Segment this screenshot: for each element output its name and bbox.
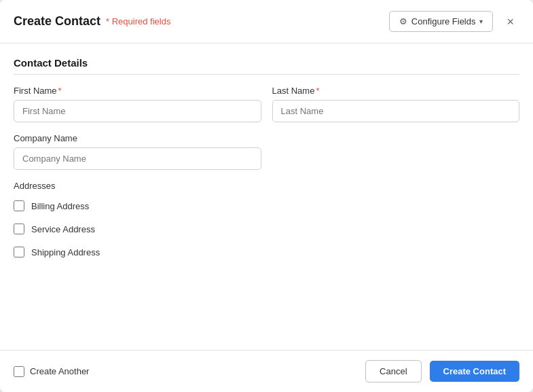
company-name-group: Company Name <box>14 133 261 170</box>
modal-header: Create Contact * Required fields ⚙ Confi… <box>0 0 533 43</box>
first-name-input[interactable] <box>14 100 261 122</box>
last-name-input[interactable] <box>272 100 520 122</box>
company-name-row: Company Name <box>14 133 519 170</box>
create-contact-button[interactable]: Create Contact <box>430 361 519 382</box>
addresses-section: Addresses Billing Address Service Addres… <box>14 181 519 257</box>
last-name-group: Last Name* <box>272 86 520 122</box>
modal-footer: Create Another Cancel Create Contact <box>0 350 533 392</box>
required-fields-label: * Required fields <box>106 16 170 26</box>
create-contact-modal: Create Contact * Required fields ⚙ Confi… <box>0 0 533 392</box>
create-another-group: Create Another <box>14 366 89 377</box>
billing-address-checkbox[interactable] <box>14 200 24 211</box>
close-icon: × <box>507 15 514 29</box>
gear-icon: ⚙ <box>399 16 407 26</box>
create-another-checkbox[interactable] <box>14 366 24 377</box>
contact-details-section-title: Contact Details <box>14 57 519 75</box>
create-another-label[interactable]: Create Another <box>30 366 89 376</box>
first-name-group: First Name* <box>14 86 261 122</box>
configure-fields-label: Configure Fields <box>411 16 476 26</box>
first-name-label: First Name* <box>14 86 261 96</box>
name-fields-row: First Name* Last Name* <box>14 86 519 122</box>
company-name-input[interactable] <box>14 147 261 170</box>
service-address-row: Service Address <box>14 224 519 234</box>
shipping-address-checkbox[interactable] <box>14 247 24 257</box>
last-name-label: Last Name* <box>272 86 520 96</box>
chevron-down-icon: ▾ <box>479 18 483 25</box>
first-name-asterisk: * <box>58 86 62 96</box>
company-name-label: Company Name <box>14 133 261 143</box>
service-address-label[interactable]: Service Address <box>31 224 95 234</box>
addresses-label: Addresses <box>14 181 519 191</box>
modal-title: Create Contact <box>14 14 100 29</box>
billing-address-label[interactable]: Billing Address <box>31 201 89 211</box>
billing-address-row: Billing Address <box>14 200 519 211</box>
shipping-address-label[interactable]: Shipping Address <box>31 247 100 257</box>
configure-fields-button[interactable]: ⚙ Configure Fields ▾ <box>389 11 494 32</box>
last-name-asterisk: * <box>316 86 319 96</box>
service-address-checkbox[interactable] <box>14 224 24 234</box>
modal-body: Contact Details First Name* Last Name* C… <box>0 43 533 350</box>
cancel-button[interactable]: Cancel <box>365 360 421 382</box>
shipping-address-row: Shipping Address <box>14 247 519 257</box>
close-button[interactable]: × <box>501 13 519 31</box>
